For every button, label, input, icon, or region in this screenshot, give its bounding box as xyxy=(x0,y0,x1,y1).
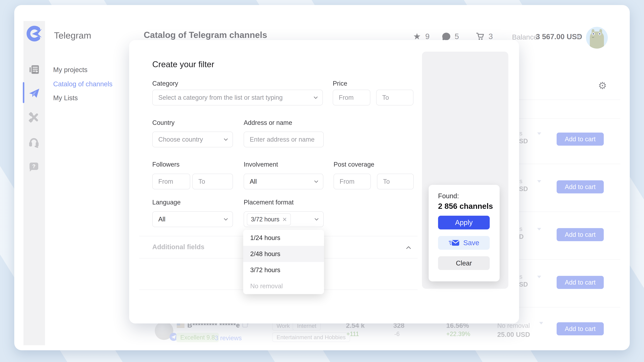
dropdown-option-2-48[interactable]: 2/48 hours xyxy=(243,246,324,262)
followers-from-input[interactable] xyxy=(152,174,190,189)
language-label: Language xyxy=(152,199,180,206)
country-select[interactable]: Choose country xyxy=(152,132,233,147)
add-to-cart-button[interactable]: Add to cart xyxy=(556,322,604,335)
placement-format-dropdown: 1/24 hours 2/48 hours 3/72 hours No remo… xyxy=(243,230,324,294)
send-mail-icon xyxy=(448,239,460,246)
add-to-cart-button[interactable]: Add to cart xyxy=(556,133,604,146)
chevron-down-icon xyxy=(314,179,318,183)
post-coverage-from-input[interactable] xyxy=(334,174,371,189)
add-to-cart-button[interactable]: Add to cart xyxy=(556,276,604,289)
category-label: Category xyxy=(152,80,178,87)
table-row: s D Add to cart xyxy=(519,228,626,248)
er-delta: +22.39% xyxy=(446,331,470,338)
price-from-input[interactable] xyxy=(333,90,370,105)
chevron-down-icon xyxy=(224,137,228,141)
clear-button[interactable]: Clear xyxy=(438,256,490,270)
remove-chip-icon[interactable]: × xyxy=(282,216,287,223)
country-flag-icon xyxy=(177,323,184,328)
table-row: s SD Add to cart xyxy=(519,180,626,200)
add-to-cart-button[interactable]: Add to cart xyxy=(556,180,604,193)
tag-entertainment: Entertainment and Hobbies xyxy=(272,333,350,342)
views-delta: -6 xyxy=(394,331,400,338)
app-window: Telegram ? My projects Catalog of chan xyxy=(14,5,630,350)
additional-fields-label: Additional fields xyxy=(152,243,204,251)
post-coverage-label: Post coverage xyxy=(334,161,374,168)
followers-delta: +111 xyxy=(346,331,359,338)
chevron-down-icon xyxy=(224,217,228,221)
table-row: s SD Add to cart xyxy=(519,133,626,153)
format-caret-icon[interactable] xyxy=(539,325,543,328)
price-to-input[interactable] xyxy=(376,90,414,105)
dropdown-option-1-24[interactable]: 1/24 hours xyxy=(243,230,324,246)
followers-to-input[interactable] xyxy=(192,174,233,189)
apply-button[interactable]: Apply xyxy=(438,216,490,229)
collapse-chevron-up-icon[interactable] xyxy=(406,246,411,251)
modal-title: Create your filter xyxy=(152,59,214,69)
placement-format-label: Placement format xyxy=(244,199,294,206)
price-label: Price xyxy=(333,80,347,87)
selected-format-chip: 3/72 hours × xyxy=(247,213,291,225)
reviews-link[interactable]: 3 reviews xyxy=(215,335,242,342)
dropdown-option-3-72[interactable]: 3/72 hours xyxy=(243,262,324,278)
row-caret-icon[interactable] xyxy=(537,230,541,233)
table-row: s SD Add to cart xyxy=(519,276,626,296)
row-caret-icon[interactable] xyxy=(537,278,541,281)
found-summary-card: Found: 2 856 channels Apply Save Clear xyxy=(429,185,500,281)
followers-label: Followers xyxy=(152,161,180,168)
add-to-cart-button[interactable]: Add to cart xyxy=(556,228,604,241)
price-value: 25.00 USD xyxy=(497,331,530,338)
rating-badge: Excellent 9.8 xyxy=(176,333,219,342)
address-label: Address or name xyxy=(244,119,292,126)
row-caret-icon[interactable] xyxy=(537,135,541,138)
save-button[interactable]: Save xyxy=(438,236,490,250)
category-select[interactable]: Select a category from the list or start… xyxy=(152,90,323,105)
language-select[interactable]: All xyxy=(152,211,233,227)
placement-format-select[interactable]: 3/72 hours × xyxy=(244,211,324,227)
involvement-select[interactable]: All xyxy=(244,174,323,189)
found-value: 2 856 channels xyxy=(438,202,493,211)
row-caret-icon[interactable] xyxy=(537,183,541,186)
post-coverage-to-input[interactable] xyxy=(377,174,414,189)
create-filter-modal: Create your filter Category Select a cat… xyxy=(129,40,519,324)
address-input[interactable] xyxy=(244,132,324,147)
chevron-down-icon xyxy=(314,217,318,221)
country-label: Country xyxy=(152,119,174,126)
found-label: Found: xyxy=(438,192,459,200)
involvement-label: Involvement xyxy=(244,161,278,168)
chevron-down-icon xyxy=(314,95,318,99)
dropdown-option-no-removal[interactable]: No removal xyxy=(243,278,324,294)
table-row-channel: B********* ******e Excellent 9.8 3 revie… xyxy=(155,320,624,350)
